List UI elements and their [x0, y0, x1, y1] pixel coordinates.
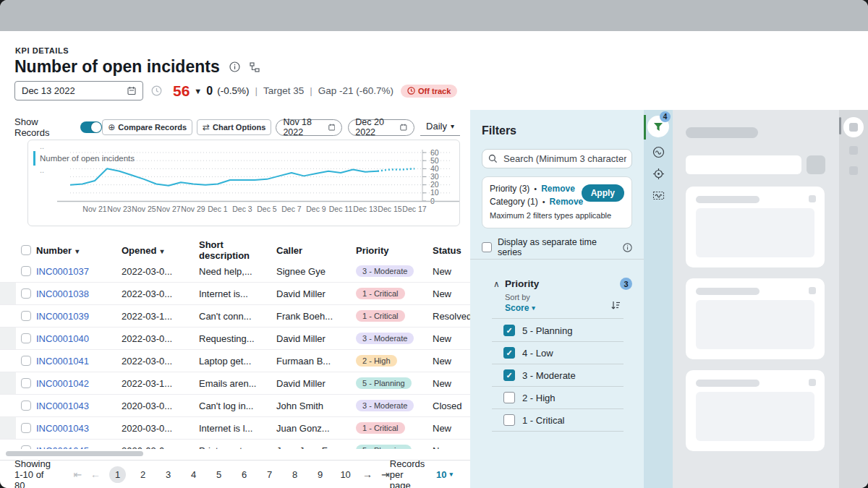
row-checkbox[interactable] — [21, 378, 31, 388]
page-number[interactable]: 6 — [236, 466, 252, 483]
sort-order-icon[interactable] — [610, 300, 621, 311]
row-checkbox[interactable] — [21, 423, 31, 433]
priority-badge: 5 - Planning — [356, 377, 412, 389]
range-start-picker[interactable]: Nov 18 2022 — [276, 119, 342, 136]
anomaly-chart-icon — [652, 189, 665, 202]
incident-number-link[interactable]: INC0001039 — [36, 311, 89, 322]
filter-option-checkbox[interactable] — [503, 325, 515, 336]
incident-number-link[interactable]: INC0001045 — [36, 445, 89, 450]
search-input[interactable] — [502, 153, 628, 165]
column-header[interactable]: Priority — [356, 245, 433, 256]
page-number[interactable]: 7 — [261, 466, 278, 483]
page-number[interactable]: 1 — [109, 466, 126, 483]
column-header[interactable]: Caller — [276, 245, 356, 256]
incident-number-link[interactable]: INC0001041 — [36, 356, 89, 367]
chevron-down-icon: ▾ — [449, 471, 453, 478]
incident-number-link[interactable]: INC0001037 — [36, 266, 89, 277]
row-checkbox[interactable] — [21, 445, 31, 449]
incident-number-link[interactable]: INC0001042 — [36, 378, 89, 389]
kpi-date-picker[interactable]: Dec 13 2022 — [14, 81, 143, 100]
remove-filter-link[interactable]: Remove — [541, 184, 575, 194]
filters-search[interactable] — [482, 149, 632, 168]
column-header[interactable]: Opened — [122, 245, 199, 256]
filter-option-checkbox[interactable] — [503, 414, 515, 426]
remove-filter-link[interactable]: Remove — [550, 197, 584, 207]
prev-page-icon[interactable]: ← — [90, 468, 101, 480]
table-row[interactable]: INC0001042 2022-03-1... Emails aren... D… — [0, 372, 470, 395]
column-header[interactable]: Short description — [199, 239, 276, 261]
filter-option[interactable]: 1 - Critical — [492, 409, 624, 432]
range-end-picker[interactable]: Dec 20 2022 — [348, 119, 414, 136]
page-number[interactable]: 5 — [210, 466, 227, 483]
row-checkbox[interactable] — [21, 288, 31, 299]
column-header[interactable]: Status — [433, 245, 470, 256]
row-checkbox[interactable] — [21, 356, 31, 366]
row-checkbox[interactable] — [21, 311, 31, 321]
table-row[interactable]: INC0001039 2022-03-1... Can't conn... Fr… — [0, 305, 470, 328]
horizontal-scrollbar[interactable] — [6, 451, 143, 456]
svg-text:Dec 1: Dec 1 — [208, 205, 228, 213]
insights-rail-button[interactable] — [644, 146, 673, 158]
priority-section-header[interactable]: ∧ Priority 3 — [493, 278, 632, 290]
table-row[interactable]: INC0001038 2022-03-0... Internet is... D… — [0, 283, 470, 305]
separate-series-row: Display as separate time series — [482, 237, 632, 257]
interval-dropdown[interactable]: Daily ▾ — [420, 119, 460, 136]
legend-item[interactable]: Number of open incidents — [33, 151, 135, 166]
kpi-gap: Gap -21 (-60.7%) — [318, 85, 393, 96]
table-row[interactable]: INC0001043 2020-03-0... Internet is l...… — [0, 417, 470, 440]
chart-options-button[interactable]: ⇄ Chart Options — [197, 119, 271, 135]
short-description-cell: Can't log in... — [199, 401, 276, 411]
targets-rail-button[interactable] — [644, 168, 673, 180]
filter-option[interactable]: 4 - Low — [492, 342, 624, 364]
apply-button[interactable]: Apply — [582, 184, 624, 202]
records-per-page-dropdown[interactable]: 10 ▾ — [436, 469, 453, 480]
row-checkbox[interactable] — [21, 333, 31, 343]
incident-number-link[interactable]: INC0001040 — [36, 333, 89, 344]
filter-option[interactable]: 2 - High — [492, 387, 624, 409]
page-number[interactable]: 8 — [286, 466, 303, 483]
table-row[interactable]: INC0001040 2022-03-0... Requesting... Da… — [0, 328, 470, 350]
filters-note: Maximum 2 filters types applicable — [490, 211, 624, 220]
first-page-icon[interactable]: ⇤ — [73, 468, 82, 480]
page-number[interactable]: 4 — [185, 466, 202, 483]
row-checkbox[interactable] — [21, 266, 31, 276]
incident-number-link[interactable]: INC0001043 — [36, 401, 89, 411]
kpi-date-value: Dec 13 2022 — [22, 85, 75, 96]
active-indicator — [644, 115, 646, 140]
show-records-toggle[interactable] — [80, 121, 102, 133]
opened-cell: 2020-03-0... — [122, 401, 199, 411]
filter-option-checkbox[interactable] — [503, 347, 515, 359]
filter-option[interactable]: 5 - Planning — [492, 320, 624, 342]
kpi-current-value[interactable]: 56 — [173, 82, 190, 100]
page-number[interactable]: 2 — [135, 466, 151, 483]
table-row[interactable]: INC0001043 2020-03-0... Can't log in... … — [0, 395, 470, 417]
info-icon[interactable] — [623, 243, 632, 252]
table-row[interactable]: INC0001045 2020-03-0... Printer not... J… — [0, 440, 470, 449]
page-number[interactable]: 3 — [160, 466, 176, 483]
row-checkbox[interactable] — [21, 401, 31, 411]
table-row[interactable]: INC0001041 2022-03-0... Laptop get... Fu… — [0, 350, 470, 372]
incident-number-link[interactable]: INC0001043 — [36, 423, 89, 434]
filter-option-checkbox[interactable] — [503, 369, 515, 381]
table-row[interactable]: INC0001037 2022-03-0... Need help,... Si… — [0, 260, 470, 283]
next-page-icon[interactable]: → — [362, 468, 373, 480]
page-number[interactable]: 10 — [337, 466, 354, 483]
search-icon — [488, 154, 498, 163]
separate-series-checkbox[interactable] — [482, 242, 492, 252]
column-header[interactable]: Number — [36, 245, 122, 256]
chevron-up-icon[interactable]: ∧ — [493, 279, 505, 289]
info-icon[interactable] — [229, 61, 240, 72]
skeleton-avatar — [843, 117, 864, 137]
svg-text:Dec 5: Dec 5 — [257, 205, 277, 213]
sort-value-dropdown[interactable]: Score ▾ — [505, 303, 535, 313]
last-page-icon[interactable]: ⇥ — [381, 468, 390, 480]
page-number[interactable]: 9 — [312, 466, 328, 483]
filter-option[interactable]: 3 - Moderate — [492, 364, 624, 387]
incident-number-link[interactable]: INC0001038 — [36, 288, 89, 299]
thresholds-rail-button[interactable] — [644, 189, 673, 202]
breakdown-hierarchy-icon[interactable] — [250, 62, 260, 72]
select-all-checkbox[interactable] — [21, 245, 31, 255]
skeleton-scrollbar — [839, 117, 841, 134]
compare-records-button[interactable]: ⊕ Compare Records — [102, 119, 192, 135]
filter-option-checkbox[interactable] — [503, 392, 515, 403]
